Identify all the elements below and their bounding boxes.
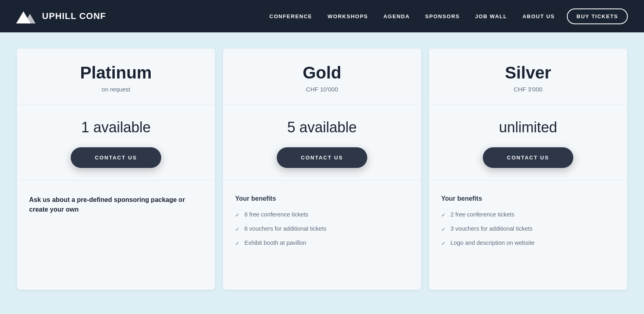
silver-benefit-2: 3 vouchers for additional tickets: [450, 225, 532, 232]
list-item: ✓ 3 vouchers for additional tickets: [441, 225, 615, 232]
gold-header: Gold CHF 10'000: [223, 49, 421, 104]
platinum-availability: 1 available: [29, 119, 203, 136]
silver-benefits-list: ✓ 2 free conference tickets ✓ 3 vouchers…: [441, 211, 615, 246]
silver-price: CHF 3'000: [441, 86, 615, 93]
platinum-tier-name: Platinum: [29, 63, 203, 83]
silver-body: Your benefits ✓ 2 free conference ticket…: [429, 180, 627, 290]
gold-availability-section: 5 available CONTACT US: [223, 104, 421, 180]
check-icon: ✓: [441, 226, 446, 232]
silver-tier-name: Silver: [441, 63, 615, 83]
silver-header: Silver CHF 3'000: [429, 49, 627, 104]
logo-icon: [16, 8, 37, 24]
main-nav: CONFERENCE WORKSHOPS AGENDA SPONSORS JOB…: [269, 13, 555, 19]
platinum-header: Platinum on request: [17, 49, 215, 104]
check-icon: ✓: [235, 226, 240, 232]
check-icon: ✓: [441, 240, 446, 246]
platinum-custom-text: Ask us about a pre-defined sponsoring pa…: [29, 195, 203, 214]
platinum-body: Ask us about a pre-defined sponsoring pa…: [17, 180, 215, 290]
pricing-section: Platinum on request 1 available CONTACT …: [0, 32, 644, 314]
list-item: ✓ Logo and description on website: [441, 240, 615, 246]
nav-jobwall[interactable]: JOB WALL: [475, 13, 507, 19]
gold-benefits-list: ✓ 6 free conference tickets ✓ 6 vouchers…: [235, 211, 409, 246]
navbar: UPHILL CONF CONFERENCE WORKSHOPS AGENDA …: [0, 0, 644, 32]
logo-link[interactable]: UPHILL CONF: [16, 8, 106, 24]
platinum-contact-button[interactable]: CONTACT US: [71, 147, 161, 168]
check-icon: ✓: [441, 212, 446, 218]
silver-availability: unlimited: [441, 119, 615, 136]
logo-text: UPHILL CONF: [42, 11, 106, 21]
nav-sponsors[interactable]: SPONSORS: [425, 13, 460, 19]
list-item: ✓ 6 vouchers for additional tickets: [235, 225, 409, 232]
silver-card: Silver CHF 3'000 unlimited CONTACT US Yo…: [429, 49, 627, 290]
gold-card: Gold CHF 10'000 5 available CONTACT US Y…: [223, 49, 421, 290]
list-item: ✓ 6 free conference tickets: [235, 211, 409, 218]
check-icon: ✓: [235, 212, 240, 218]
silver-benefits-title: Your benefits: [441, 195, 615, 202]
silver-benefit-3: Logo and description on website: [450, 240, 535, 246]
list-item: ✓ 2 free conference tickets: [441, 211, 615, 218]
gold-tier-name: Gold: [235, 63, 409, 83]
gold-benefit-2: 6 vouchers for additional tickets: [244, 225, 326, 232]
gold-benefits-title: Your benefits: [235, 195, 409, 202]
nav-aboutus[interactable]: ABOUT US: [522, 13, 555, 19]
gold-availability: 5 available: [235, 119, 409, 136]
gold-benefit-1: 6 free conference tickets: [244, 211, 308, 218]
gold-benefit-3: Exhibit booth at pavillon: [244, 240, 306, 246]
silver-benefit-1: 2 free conference tickets: [450, 211, 514, 218]
check-icon: ✓: [235, 240, 240, 246]
platinum-price: on request: [29, 86, 203, 93]
list-item: ✓ Exhibit booth at pavillon: [235, 240, 409, 246]
nav-workshops[interactable]: WORKSHOPS: [328, 13, 368, 19]
gold-price: CHF 10'000: [235, 86, 409, 93]
silver-availability-section: unlimited CONTACT US: [429, 104, 627, 180]
platinum-availability-section: 1 available CONTACT US: [17, 104, 215, 180]
nav-agenda[interactable]: AGENDA: [383, 13, 410, 19]
silver-contact-button[interactable]: CONTACT US: [483, 147, 573, 168]
platinum-card: Platinum on request 1 available CONTACT …: [17, 49, 215, 290]
buy-tickets-button[interactable]: BUY TICKETS: [567, 8, 628, 24]
gold-contact-button[interactable]: CONTACT US: [277, 147, 367, 168]
nav-conference[interactable]: CONFERENCE: [269, 13, 312, 19]
gold-body: Your benefits ✓ 6 free conference ticket…: [223, 180, 421, 290]
